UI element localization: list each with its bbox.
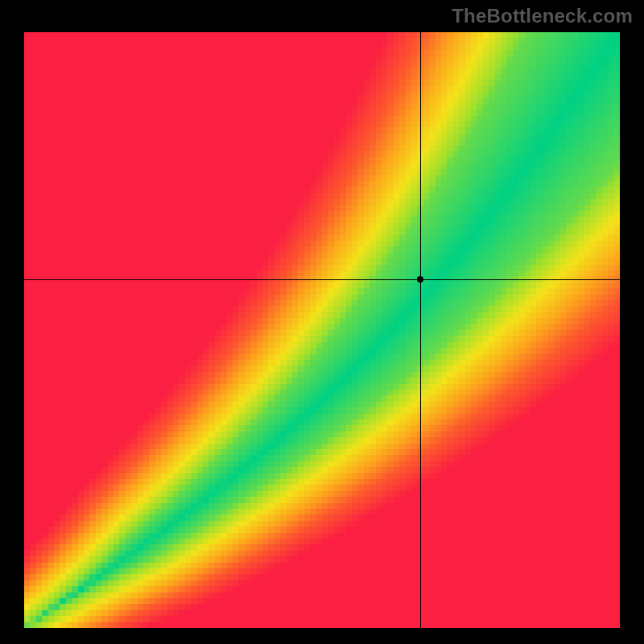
watermark-text: TheBottleneck.com (452, 5, 633, 27)
crosshair-vertical (420, 32, 421, 628)
heatmap-plot-area (24, 32, 620, 628)
heatmap-canvas (24, 32, 620, 628)
chart-frame: TheBottleneck.com (0, 0, 644, 644)
selected-point-icon (417, 276, 423, 283)
crosshair-horizontal (24, 279, 620, 280)
